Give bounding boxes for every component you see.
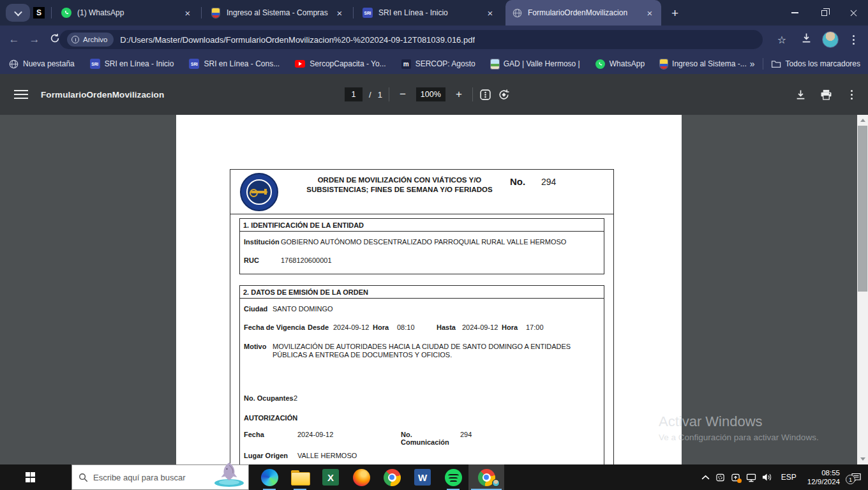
field-value: GOBIERNO AUTÓNOMO DESCENTRALIZADO PARROQ… [281,238,566,246]
tab-sri[interactable]: SRI SRI en Línea - Inicio × [356,0,502,26]
scroll-up-arrow[interactable] [857,115,868,126]
tray-app-icon[interactable] [715,473,725,482]
bookmark-nueva-pestana[interactable]: Nueva pestaña [9,59,75,69]
bookmark-whatsapp[interactable]: WhatsApp [595,59,645,69]
pdf-controls: 1 / 1 − 100% + [345,74,510,115]
bookmark-sercopcapacita[interactable]: SercopCapacita - Yo... [295,59,385,68]
minimize-icon [791,12,798,13]
document-table: ORDEN DE MOVILIZACIÓN CON VIÁTICOS Y/O S… [230,169,614,464]
tab-close-icon[interactable]: × [645,8,655,18]
volume-icon[interactable] [762,473,773,482]
all-bookmarks-button[interactable]: Todos los marcadores [771,59,860,68]
field-label: No. Ocupantes [244,394,294,402]
taskbar-spotify[interactable] [438,464,468,490]
page-number-input[interactable]: 1 [345,87,363,101]
taskbar-excel[interactable]: X [315,464,346,490]
bookmark-gad-valle-hermoso[interactable]: GAD | Valle Hermoso | [491,59,580,69]
browser-menu-icon[interactable] [844,35,863,45]
zoom-in-button[interactable]: + [452,88,466,101]
vigencia-row: Fecha de Vigencia Desde 2024-09-12 Hora … [244,323,600,331]
pinned-tab[interactable]: S [33,7,45,19]
pdf-title: FormularioOrdenMovilizacion [41,74,164,115]
system-tray: ESP 08:55 12/9/2024 1 [701,464,868,490]
tab-ingreso-sistema[interactable]: Ingreso al Sistema - Compras Pú × [204,0,351,26]
globe-icon [512,8,522,18]
pdf-page: ORDEN DE MOVILIZACIÓN CON VIÁTICOS Y/O S… [176,115,682,464]
gad-photo-icon [491,59,499,69]
address-bar[interactable]: Archivo D:/Users/Master/Downloads/Formul… [59,30,763,49]
close-button[interactable] [839,0,868,26]
bookmark-sercop-agosto[interactable]: m SERCOP: Agosto [401,59,475,69]
clock-time: 08:55 [807,468,840,477]
scrollbar-thumb[interactable] [858,126,867,292]
taskbar-firefox[interactable] [346,464,377,490]
minimize-button[interactable] [780,0,809,26]
file-scheme-chip[interactable]: Archivo [67,33,114,47]
tab-close-icon[interactable]: × [485,8,495,18]
field-label: No. Comunicación [401,431,460,446]
file-explorer-icon [291,470,309,484]
tab-search-button[interactable] [6,4,30,22]
pdf-more-options-icon[interactable] [846,90,857,100]
folder-icon [771,60,781,68]
new-tab-button[interactable]: + [666,4,684,22]
taskbar-chrome[interactable] [377,464,407,490]
doc-no-value: 294 [541,177,556,187]
bookmark-ingreso-sistema[interactable]: Ingreso al Sistema -... [660,59,747,69]
divider [472,87,473,101]
section1-header: 1. IDENTIFICACIÓN DE LA ENTIDAD [239,218,604,232]
rotate-button[interactable] [498,89,510,101]
tab-label: FormularioOrdenMovilizacion [528,8,640,17]
tray-chevron-up-icon[interactable] [701,475,710,480]
bookmark-sri-consultas[interactable]: SRI SRI en Línea - Cons... [189,59,280,69]
contraloria-seal-logo [240,173,278,211]
sercop-icon: m [401,59,411,69]
viewer-scrollbar[interactable] [857,115,868,464]
forward-button[interactable]: → [24,33,45,46]
taskbar-edge[interactable] [254,464,285,490]
bookmarks-overflow-chevron[interactable]: » [750,59,755,69]
start-button[interactable] [0,464,61,490]
tab-close-icon[interactable]: × [183,8,193,18]
tray-sync-icon[interactable] [731,473,740,482]
tab-separator [201,7,202,19]
fit-page-button[interactable] [479,89,491,101]
network-icon[interactable] [746,473,756,482]
profile-avatar[interactable] [822,31,839,48]
field-value: 2024-09-12 [462,323,502,331]
bookmark-star-icon[interactable]: ☆ [771,34,793,46]
scroll-down-arrow[interactable] [857,454,868,464]
field-value: MOVILIZACIÓN DE AUTORIDADES HACIA LA CIU… [273,343,604,359]
taskbar-clock[interactable]: 08:55 12/9/2024 [805,468,842,486]
windows-logo-icon [26,472,36,482]
language-indicator[interactable]: ESP [779,473,799,482]
zoom-out-button[interactable]: − [396,88,410,101]
field-value: 2 [294,394,297,402]
doc-no-label: No. [510,176,525,187]
taskbar-chrome-active[interactable] [468,464,504,490]
taskbar-search[interactable]: Escribe aquí para buscar [71,464,249,490]
whatsapp-icon [595,59,605,69]
bookmark-sri-inicio[interactable]: SRI SRI en Línea - Inicio [90,59,174,69]
back-button[interactable]: ← [4,33,24,46]
pdf-menu-icon[interactable] [14,90,28,99]
taskbar-file-explorer[interactable] [285,464,315,490]
downloads-icon[interactable] [795,33,817,47]
globe-icon [9,59,19,69]
ecuador-coat-icon [211,8,221,18]
restore-button[interactable] [809,0,839,26]
field-label: RUC [244,256,281,264]
action-center-icon[interactable]: 1 [851,472,862,482]
bookmarks-bar-right: » Todos los marcadores [750,54,860,74]
tab-whatsapp[interactable]: (1) WhatsApp × [55,0,199,26]
tab-close-icon[interactable]: × [334,8,345,18]
field-label: Hora [373,323,397,331]
pdf-download-icon[interactable] [795,89,806,100]
tab-formulario-active[interactable]: FormularioOrdenMovilizacion × [505,0,661,26]
pdf-print-icon[interactable] [820,89,832,100]
zoom-level[interactable]: 100% [416,87,445,101]
clock-date: 12/9/2024 [807,477,840,486]
sri-icon: SRI [363,8,373,18]
taskbar-word[interactable]: W [407,464,438,490]
section2-body: Ciudad SANTO DOMINGO Fecha de Vigencia D… [239,298,604,464]
